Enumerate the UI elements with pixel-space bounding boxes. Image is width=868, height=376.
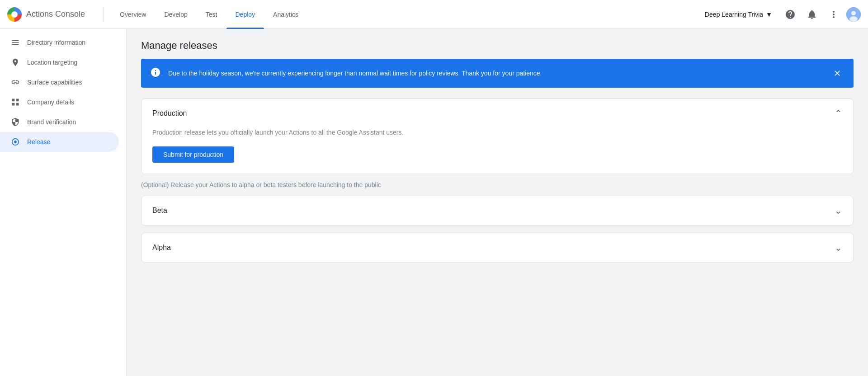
sidebar-item-release[interactable]: Release xyxy=(0,132,119,152)
info-icon xyxy=(150,67,161,80)
sidebar: Directory information Location targeting… xyxy=(0,29,127,376)
sidebar-item-company-details[interactable]: Company details xyxy=(0,92,119,112)
beta-chevron-down-icon: ⌄ xyxy=(835,205,842,216)
list-icon xyxy=(11,38,20,47)
user-avatar[interactable] xyxy=(846,7,861,22)
svg-point-1 xyxy=(851,11,856,15)
grid-icon xyxy=(11,98,20,107)
nav-item-analytics[interactable]: Analytics xyxy=(264,0,307,29)
nav-divider xyxy=(103,7,104,22)
sidebar-label-company-details: Company details xyxy=(27,99,74,106)
submit-for-production-button[interactable]: Submit for production xyxy=(152,146,234,163)
nav-item-deploy[interactable]: Deploy xyxy=(226,0,264,29)
link-icon xyxy=(11,78,20,87)
sidebar-item-location-targeting[interactable]: Location targeting xyxy=(0,52,119,72)
sidebar-label-surface-capabilities: Surface capabilities xyxy=(27,79,82,86)
banner-close-button[interactable] xyxy=(830,66,844,80)
project-name: Deep Learning Trivia xyxy=(705,11,763,18)
nav-item-develop[interactable]: Develop xyxy=(155,0,196,29)
help-button[interactable] xyxy=(781,5,799,24)
alpha-card-title: Alpha xyxy=(152,244,171,252)
location-icon xyxy=(11,58,20,67)
topnav-right: Deep Learning Trivia ▼ xyxy=(699,5,861,24)
nav-item-test[interactable]: Test xyxy=(197,0,226,29)
sidebar-label-location-targeting: Location targeting xyxy=(27,59,77,66)
close-icon xyxy=(833,69,842,78)
nav-item-overview[interactable]: Overview xyxy=(111,0,155,29)
more-icon xyxy=(828,9,839,20)
info-banner: Due to the holiday season, we're current… xyxy=(141,59,854,88)
optional-text: (Optional) Release your Actions to alpha… xyxy=(141,181,854,188)
sidebar-label-directory-information: Directory information xyxy=(27,39,85,46)
production-card: Production ⌃ Production release lets you… xyxy=(141,99,854,174)
app-logo[interactable]: Actions Console xyxy=(7,7,85,22)
sidebar-item-directory-information[interactable]: Directory information xyxy=(0,33,119,52)
alpha-card: Alpha ⌄ xyxy=(141,233,854,263)
nav-items: Overview Develop Test Deploy Analytics xyxy=(111,0,699,29)
google-logo-icon xyxy=(7,7,22,22)
notifications-button[interactable] xyxy=(803,5,821,24)
banner-text: Due to the holiday season, we're current… xyxy=(168,69,823,78)
sidebar-item-surface-capabilities[interactable]: Surface capabilities xyxy=(0,72,119,92)
project-selector[interactable]: Deep Learning Trivia ▼ xyxy=(699,7,778,22)
app-name: Actions Console xyxy=(26,9,85,19)
sidebar-item-brand-verification[interactable]: Brand verification xyxy=(0,112,119,132)
project-dropdown-icon: ▼ xyxy=(766,11,772,18)
beta-card: Beta ⌄ xyxy=(141,196,854,226)
production-description: Production release lets you officially l… xyxy=(152,128,842,137)
sidebar-label-release: Release xyxy=(27,138,50,146)
production-card-body: Production release lets you officially l… xyxy=(142,128,853,174)
notifications-icon xyxy=(807,9,817,20)
avatar-image xyxy=(846,7,861,22)
alpha-chevron-down-icon: ⌄ xyxy=(835,242,842,253)
beta-card-title: Beta xyxy=(152,207,167,215)
top-navigation: Actions Console Overview Develop Test De… xyxy=(0,0,868,29)
main-layout: Directory information Location targeting… xyxy=(0,29,868,376)
main-content: Manage releases Due to the holiday seaso… xyxy=(127,29,868,376)
release-icon xyxy=(11,137,20,146)
more-options-button[interactable] xyxy=(825,5,843,24)
shield-icon xyxy=(11,118,20,127)
page-title: Manage releases xyxy=(141,40,854,52)
production-chevron-up-icon: ⌃ xyxy=(835,108,842,119)
sidebar-label-brand-verification: Brand verification xyxy=(27,118,76,126)
svg-point-2 xyxy=(849,16,858,22)
production-card-header[interactable]: Production ⌃ xyxy=(142,99,853,128)
production-card-title: Production xyxy=(152,109,187,118)
beta-card-header[interactable]: Beta ⌄ xyxy=(142,196,853,225)
alpha-card-header[interactable]: Alpha ⌄ xyxy=(142,233,853,262)
help-icon xyxy=(785,9,796,20)
